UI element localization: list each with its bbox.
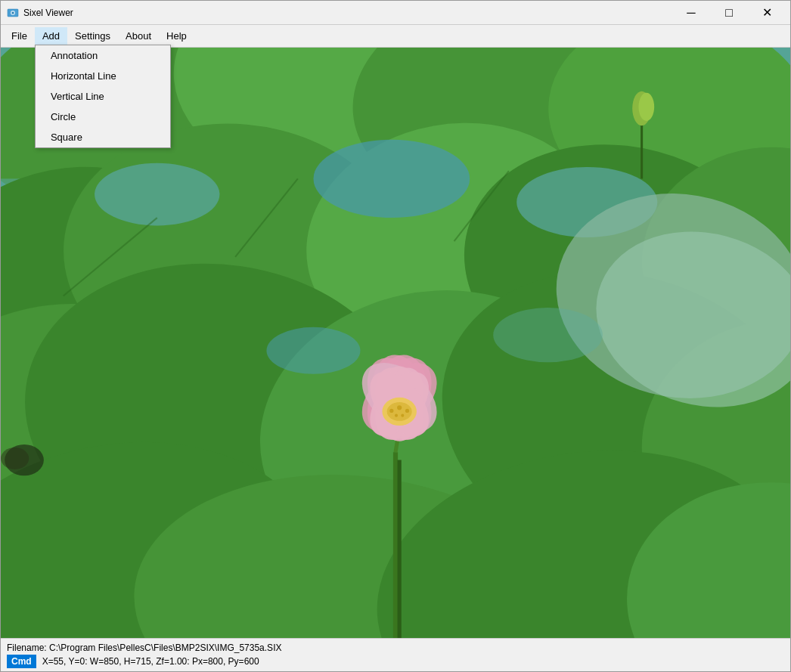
menu-bar: File Add Annotation Horizontal Line Vert… <box>1 25 790 48</box>
add-dropdown: Annotation Horizontal Line Vertical Line… <box>35 45 171 148</box>
svg-point-57 <box>493 308 603 362</box>
menu-add-square[interactable]: Square <box>36 127 170 147</box>
menu-about[interactable]: About <box>118 27 159 45</box>
menu-add-circle[interactable]: Circle <box>36 107 170 127</box>
maximize-button[interactable]: □ <box>712 2 746 24</box>
svg-point-2 <box>12 11 14 14</box>
main-window: Sixel Viewer ─ □ ✕ File Add Annotation H… <box>0 0 791 672</box>
menu-add[interactable]: Add Annotation Horizontal Line Vertical … <box>35 27 67 45</box>
svg-point-56 <box>266 327 360 374</box>
close-button[interactable]: ✕ <box>749 2 784 24</box>
app-icon <box>7 7 19 19</box>
menu-add-annotation[interactable]: Annotation <box>36 45 170 66</box>
menu-file[interactable]: File <box>4 27 35 45</box>
menu-settings[interactable]: Settings <box>67 27 118 45</box>
status-filename: Filename: C:\Program Files\PellesC\Files… <box>7 643 784 653</box>
svg-point-53 <box>638 93 654 121</box>
svg-point-59 <box>1 447 29 469</box>
status-cmd-label: Cmd <box>7 655 36 668</box>
window-controls: ─ □ ✕ <box>674 2 784 24</box>
window-title: Sixel Viewer <box>23 8 674 18</box>
menu-help[interactable]: Help <box>159 27 194 45</box>
menu-add-vertical-line[interactable]: Vertical Line <box>36 86 170 107</box>
minimize-button[interactable]: ─ <box>674 2 709 24</box>
status-bar: Filename: C:\Program Files\PellesC\Files… <box>1 638 790 671</box>
status-coords: X=55, Y=0: W=850, H=715, Zf=1.00: Px=800… <box>42 656 259 667</box>
title-bar: Sixel Viewer ─ □ ✕ <box>1 1 790 25</box>
menu-add-horizontal-line[interactable]: Horizontal Line <box>36 66 170 86</box>
